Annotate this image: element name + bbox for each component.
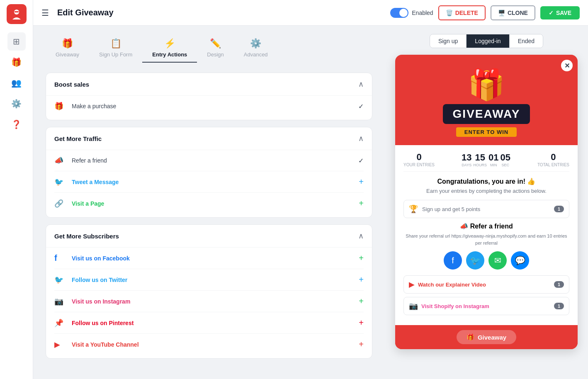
days-value: 13 — [462, 152, 471, 163]
pinterest-plus-icon: + — [359, 318, 364, 328]
visit-page-plus-icon: + — [359, 199, 364, 208]
nav-tabs: 🎁 Giveaway 📋 Sign Up Form ⚡ Entry Action… — [46, 34, 372, 63]
more-subscribers-header[interactable]: Get More Subscribers ∧ — [46, 225, 372, 247]
save-button[interactable]: ✓ SAVE — [540, 6, 580, 19]
total-entries-label: Total entries — [537, 163, 569, 167]
signup-action-text: Sign up and get 5 points — [422, 206, 554, 212]
app-logo[interactable] — [7, 4, 27, 24]
list-item[interactable]: 🐦 Follow us on Twitter + — [54, 269, 364, 291]
main-area: ☰ Edit Giveaway Enabled 🗑️ DELETE 🖥️ CLO… — [33, 0, 588, 379]
tab-entry-actions[interactable]: ⚡ Entry Actions — [142, 34, 197, 63]
tab-design[interactable]: ✏️ Design — [197, 34, 233, 63]
sec-label: SEC — [500, 163, 510, 167]
enabled-label: Enabled — [412, 10, 433, 16]
signup-action-row[interactable]: 🏆 Sign up and get 5 points 1 — [403, 200, 569, 218]
delete-button[interactable]: 🗑️ DELETE — [438, 5, 486, 20]
hours-countdown: 15 HOURS — [473, 152, 487, 167]
left-panel: 🎁 Giveaway 📋 Sign Up Form ⚡ Entry Action… — [33, 26, 385, 379]
facebook-label: Visit us on Facebook — [72, 255, 359, 262]
page-title: Edit Giveaway — [57, 8, 385, 17]
sidebar-item-dashboard[interactable]: ⊞ — [7, 32, 26, 51]
list-item[interactable]: ▶ Visit a YouTube Channel + — [54, 334, 364, 355]
email-share-button[interactable]: ✉ — [488, 251, 507, 270]
hours-label: HOURS — [473, 163, 487, 167]
list-item[interactable]: 🎁 Make a purchase ✓ — [54, 96, 364, 117]
advanced-tab-icon: ⚙️ — [250, 38, 261, 49]
list-item[interactable]: 📣 Refer a friend ✓ — [54, 150, 364, 171]
preview-tab-loggedin[interactable]: Logged-in — [467, 34, 509, 48]
refer-label: Refer a friend — [72, 157, 358, 164]
sec-countdown: 05 SEC — [500, 152, 510, 167]
min-label: MIN — [488, 163, 498, 167]
youtube-action-row[interactable]: ▶ Watch our Explainer Video 1 — [403, 275, 569, 294]
right-panel: Sign up Logged-in Ended ✕ 🎁 GIVEAWAY ENT… — [385, 26, 588, 379]
clone-button[interactable]: 🖥️ CLONE — [491, 5, 535, 20]
twitter-share-button[interactable]: 🐦 — [466, 251, 484, 270]
boost-sales-chevron: ∧ — [358, 80, 364, 89]
preview-tab-ended[interactable]: Ended — [509, 34, 543, 48]
tab-signup-form[interactable]: 📋 Sign Up Form — [89, 34, 142, 63]
your-entries-stat: 0 Your entries — [403, 152, 435, 167]
instagram-widget-icon: 📷 — [409, 301, 418, 311]
preview-tab-signup[interactable]: Sign up — [430, 34, 467, 48]
entry-tab-label: Entry Actions — [152, 51, 187, 58]
sidebar-item-audience[interactable]: 👥 — [7, 74, 26, 92]
list-item[interactable]: 🐦 Tweet a Message + — [54, 171, 364, 193]
sidebar: ⊞ 🎁 👥 ⚙️ ❓ — [0, 0, 33, 379]
sidebar-item-help[interactable]: ❓ — [7, 115, 26, 134]
signup-tab-icon: 📋 — [110, 38, 121, 49]
widget-hero: 🎁 GIVEAWAY ENTER TO WIN — [395, 55, 578, 145]
giveaway-footer-tab[interactable]: 🎁 Giveaway — [457, 330, 516, 344]
twitter-follow-label: Follow us on Twitter — [72, 277, 359, 283]
total-entries-stat: 0 Total entries — [537, 152, 569, 167]
youtube-plus-icon: + — [359, 340, 364, 349]
refer-url: Share your referral url https://giveaway… — [403, 233, 569, 246]
instagram-action-row[interactable]: 📷 Visit Shopify on Instagram 1 — [403, 297, 569, 315]
tab-advanced[interactable]: ⚙️ Advanced — [234, 34, 278, 63]
widget-footer: 🎁 Giveaway — [395, 325, 578, 349]
tab-giveaway[interactable]: 🎁 Giveaway — [46, 34, 89, 63]
design-tab-label: Design — [207, 51, 224, 58]
boost-sales-title: Boost sales — [54, 81, 89, 88]
list-item[interactable]: 🔗 Visit a Page + — [54, 193, 364, 214]
youtube-badge: 1 — [554, 281, 564, 288]
widget-body: 0 Your entries 13 DAYS 15 HOURS — [395, 145, 578, 325]
youtube-widget-icon: ▶ — [409, 280, 415, 289]
widget-title: GIVEAWAY — [453, 107, 520, 121]
days-countdown: 13 DAYS — [462, 152, 471, 167]
refer-title: 📣 Refer a friend — [403, 222, 569, 230]
messenger-share-button[interactable]: 💬 — [511, 251, 529, 270]
instagram-label: Visit us on Instagram — [72, 298, 359, 305]
svg-rect-1 — [15, 11, 19, 12]
instagram-action-text: Visit Shopify on Instagram — [421, 303, 554, 309]
list-item[interactable]: f Visit us on Facebook + — [54, 248, 364, 269]
footer-tab-label: Giveaway — [478, 334, 506, 341]
congrats-text: Congratulations, you are in! 👍 — [403, 177, 569, 185]
your-entries-value: 0 — [403, 152, 435, 163]
your-entries-label: Your entries — [403, 163, 435, 167]
more-traffic-header[interactable]: Get More Traffic ∧ — [46, 127, 372, 150]
boost-sales-header[interactable]: Boost sales ∧ — [46, 73, 372, 95]
tweet-plus-icon: + — [359, 177, 364, 187]
total-entries-value: 0 — [537, 152, 569, 163]
sidebar-item-giveaways[interactable]: 🎁 — [7, 53, 26, 71]
topbar: ☰ Edit Giveaway Enabled 🗑️ DELETE 🖥️ CLO… — [33, 0, 588, 26]
list-item[interactable]: 📌 Follow us on Pinterest + — [54, 312, 364, 334]
hours-value: 15 — [473, 152, 487, 163]
visit-page-label: Visit a Page — [72, 200, 359, 207]
enabled-toggle[interactable] — [390, 8, 408, 18]
min-value: 01 — [488, 152, 498, 163]
giveaway-tab-label: Giveaway — [56, 51, 79, 58]
refer-section: 📣 Refer a friend Share your referral url… — [403, 222, 569, 270]
footer-gift-icon: 🎁 — [467, 333, 474, 341]
preview-tabs: Sign up Logged-in Ended — [430, 34, 543, 48]
sidebar-item-settings[interactable]: ⚙️ — [7, 95, 26, 113]
design-tab-icon: ✏️ — [210, 38, 221, 49]
widget-close-button[interactable]: ✕ — [561, 60, 573, 71]
more-traffic-body: 📣 Refer a friend ✓ 🐦 Tweet a Message + 🔗… — [46, 150, 372, 217]
more-subscribers-chevron: ∧ — [358, 231, 364, 241]
facebook-share-button[interactable]: f — [444, 251, 462, 270]
list-item[interactable]: 📷 Visit us on Instagram + — [54, 291, 364, 312]
menu-icon[interactable]: ☰ — [41, 8, 49, 18]
more-traffic-chevron: ∧ — [358, 134, 364, 143]
